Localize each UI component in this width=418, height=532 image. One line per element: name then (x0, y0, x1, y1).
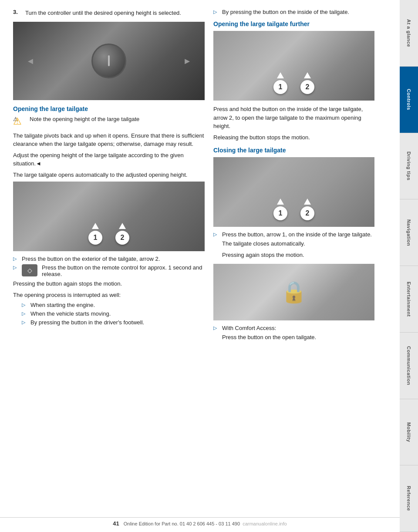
button-panel-arrows-2: 1 2 (273, 199, 314, 220)
right-bullet-top-text: By pressing the button on the inside of … (222, 9, 349, 15)
closing-bullet-1-text: Press the button, arrow 1, on the inside… (222, 231, 372, 238)
closing-sub1: The tailgate closes automatically. (222, 239, 372, 248)
sidebar-item-entertainment[interactable]: Entertainment (400, 266, 418, 333)
sub-bullet-moving: ▷ When the vehicle starts moving. (22, 310, 205, 317)
warning-box: ⚠ Note the opening height of the large t… (13, 116, 205, 128)
sub-bullet-engine: ▷ When starting the engine. (22, 302, 205, 308)
close-badge-2: 2 (300, 206, 314, 220)
badge-2: 2 (115, 231, 129, 245)
right-arrow-up-2 (304, 72, 311, 78)
closing-arrow-1: ▷ (213, 232, 219, 237)
right-arrow-top: ▷ (213, 9, 219, 15)
trunk-arrows: 1 2 (88, 223, 129, 245)
close-arrow-up-2 (304, 199, 311, 205)
sidebar: At a glance Controls Driving tips Naviga… (400, 0, 418, 532)
lock-inner: 🔒 (213, 264, 374, 320)
comfort-arrow: ▷ (213, 325, 219, 331)
right-arrow-up-1 (277, 72, 284, 78)
right-arrow-2-indicator: 2 (300, 72, 314, 94)
controller-image: ◄ ► (13, 22, 205, 100)
para-interrupted: The opening process is interrupted as we… (13, 291, 205, 300)
sidebar-item-reference[interactable]: Reference (400, 465, 418, 532)
right-badge-2: 2 (300, 80, 314, 94)
sub-arrow-1: ▷ (22, 302, 28, 308)
sidebar-item-controls[interactable]: Controls (400, 67, 418, 133)
right-bullet-top: ▷ By pressing the button on the inside o… (213, 9, 374, 15)
para-pivots: The tailgate pivots back and up when it … (13, 131, 205, 148)
page-footer: 41 Online Edition for Part no. 01 40 2 6… (0, 517, 400, 527)
step-3-text: Turn the controller until the desired op… (25, 9, 181, 17)
para-auto: The large tailgate opens automatically t… (13, 171, 205, 179)
warning-text: Note the opening height of the large tai… (30, 116, 139, 122)
arrow-1-indicator: 1 (88, 223, 102, 245)
left-arrow-icon: ◄ (26, 56, 35, 66)
bullet-arrow-1: ▷ (13, 256, 19, 262)
button-panel-arrows-1: 1 2 (273, 72, 314, 94)
bullet-remote: ▷ Press the button on the remote control… (13, 264, 205, 277)
sub-bullet-engine-text: When starting the engine. (30, 302, 95, 308)
right-badge-1: 1 (273, 80, 287, 94)
para-adjust: Adjust the opening height of the large t… (13, 151, 205, 168)
bullet-exterior: ▷ Press the button on the exterior of th… (13, 256, 205, 262)
sub-bullet-footwell: ▷ By pressing the button in the driver's… (22, 319, 205, 326)
close-badge-1: 1 (273, 206, 287, 220)
closing-sub2: Pressing again stops the motion. (222, 251, 372, 259)
bullet-remote-text: Press the button on the remote control f… (42, 264, 205, 277)
sidebar-item-communication[interactable]: Communication (400, 333, 418, 399)
edition-text: Online Edition for Part no. 01 40 2 606 … (124, 521, 240, 526)
right-para2: Releasing the button stops the motion. (213, 133, 374, 142)
trunk-open-image: 1 2 (13, 182, 205, 251)
step-number-3: 3. (13, 9, 22, 17)
opening-further-heading: Opening the large tailgate further (213, 20, 374, 27)
remote-control-icon (22, 264, 37, 276)
para-stops-motion: Pressing the button again stops the moti… (13, 279, 205, 288)
close-arrow-2-indicator: 2 (300, 199, 314, 220)
knob-marker (108, 55, 110, 66)
comfort-sub: Press the button on the open tailgate. (222, 333, 316, 342)
sidebar-item-driving-tips[interactable]: Driving tips (400, 133, 418, 200)
sub-arrow-3: ▷ (22, 320, 28, 325)
button-panel-image-1: 1 2 (213, 31, 374, 101)
controller-knob (91, 44, 126, 78)
lock-symbol-icon: 🔒 (281, 280, 307, 304)
comfort-bullet-text: With Comfort Access: (222, 325, 276, 331)
sub-bullet-footwell-text: By pressing the button in the driver's f… (30, 319, 144, 326)
arrow-up-1 (92, 223, 99, 229)
bullet-arrow-2: ▷ (13, 265, 19, 270)
comfort-access-bullet: ▷ With Comfort Access: Press the button … (213, 325, 374, 344)
badge-1: 1 (88, 231, 102, 245)
sub-arrow-2: ▷ (22, 311, 28, 317)
close-arrow-1-indicator: 1 (273, 199, 287, 220)
page-number: 41 (113, 520, 119, 527)
sidebar-item-mobility[interactable]: Mobility (400, 399, 418, 466)
closing-bullet-1: ▷ Press the button, arrow 1, on the insi… (213, 231, 374, 262)
arrow-2-indicator: 2 (115, 223, 129, 245)
step-3: 3. Turn the controller until the desired… (13, 9, 205, 17)
bullet-exterior-text: Press the button on the exterior of the … (22, 256, 160, 262)
right-arrow-icon: ► (183, 56, 192, 66)
right-para1: Press and hold the button on the inside … (213, 105, 374, 131)
warning-icon: ⚠ (13, 116, 25, 128)
sidebar-item-navigation[interactable]: Navigation (400, 199, 418, 266)
lock-image: 🔒 (213, 264, 374, 320)
opening-tailgate-heading: Opening the large tailgate (13, 105, 205, 112)
sidebar-item-at-a-glance[interactable]: At a glance (400, 0, 418, 67)
right-arrow-1-indicator: 1 (273, 72, 287, 94)
sub-bullet-moving-text: When the vehicle starts moving. (30, 310, 111, 317)
closing-tailgate-heading: Closing the large tailgate (213, 147, 374, 154)
button-panel-image-2: 1 2 (213, 157, 374, 227)
close-arrow-up-1 (277, 199, 284, 205)
watermark-text: carmanualonline.info (243, 521, 287, 526)
arrow-up-2 (119, 223, 126, 229)
